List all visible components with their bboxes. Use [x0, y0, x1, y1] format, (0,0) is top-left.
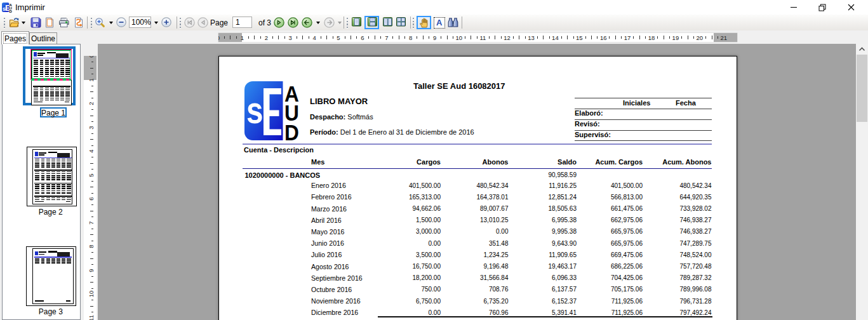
svg-text:D: D: [10, 10, 13, 13]
svg-text:s: s: [246, 90, 264, 131]
svg-text:D: D: [284, 120, 299, 142]
